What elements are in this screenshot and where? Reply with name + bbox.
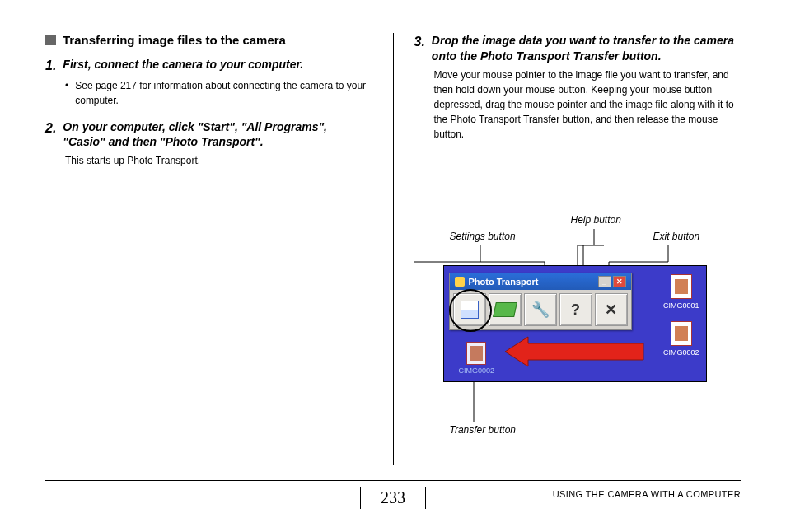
window-title-text: Photo Transport [469,277,539,287]
wrench-icon: 🔧 [531,301,550,319]
step-1: 1. First, connect the camera to your com… [45,57,372,108]
drag-arrow-icon [505,334,645,370]
help-button[interactable]: ? [559,293,592,326]
transfer-button[interactable] [453,293,486,326]
page-footer: 233 USING THE CAMERA WITH A COMPUTER [45,480,741,509]
window-body: 🔧 ? ✕ [450,290,631,329]
photo-transport-window: Photo Transport _ ✕ 🔧 [449,273,632,330]
column-right: 3. Drop the image data you want to trans… [393,33,742,465]
label-settings: Settings button [450,231,516,242]
section-heading: Transferring image files to the camera [45,33,372,47]
page-number: 233 [360,487,426,509]
window-titlebar: Photo Transport _ ✕ [450,273,631,290]
step-1-title: First, connect the camera to your comput… [63,57,303,75]
step-3: 3. Drop the image data you want to trans… [414,33,742,142]
window-controls: _ ✕ [598,276,626,287]
desktop-icons: CIMG0001 CIMG0002 [663,274,699,357]
file-caption: CIMG0002 [663,348,699,357]
square-bullet-icon [45,35,56,45]
settings-button[interactable]: 🔧 [524,293,557,326]
column-left: Transferring image files to the camera 1… [45,33,393,465]
minimize-button[interactable]: _ [598,276,611,287]
file-caption: CIMG0002 [459,366,495,375]
file-icon [671,274,692,299]
question-icon: ? [571,301,580,319]
step-1-bullet: See page 217 for information about conne… [75,78,372,108]
bullet-icon: • [65,78,68,108]
screenshot-figure: Photo Transport _ ✕ 🔧 [443,265,707,382]
capture-icon [493,302,517,317]
file-caption: CIMG0001 [663,301,699,310]
label-help: Help button [571,214,621,226]
close-button[interactable]: ✕ [613,276,626,287]
step-2-number: 2. [45,119,56,151]
x-icon: ✕ [605,301,617,319]
label-exit: Exit button [653,231,700,242]
step-1-number: 1. [45,57,56,75]
step-2-body: This starts up Photo Transport. [45,153,372,168]
page-content: Transferring image files to the camera 1… [0,0,786,465]
image-icon [461,301,479,319]
heading-text: Transferring image files to the camera [63,33,286,47]
svg-marker-13 [505,337,643,366]
dragged-file: CIMG0002 [459,342,495,375]
step-1-body: • See page 217 for information about con… [45,78,372,108]
exit-button[interactable]: ✕ [595,293,628,326]
step-3-body: Move your mouse pointer to the image fil… [414,68,742,142]
file-cimg0002[interactable]: CIMG0002 [663,321,699,357]
step-2-head: 2. On your computer, click "Start", "All… [45,119,372,151]
footer-rule [45,480,741,481]
step-1-head: 1. First, connect the camera to your com… [45,57,372,75]
footer-row: 233 USING THE CAMERA WITH A COMPUTER [45,486,741,509]
file-icon [466,342,486,365]
step-2-title: On your computer, click "Start", "All Pr… [63,119,372,151]
label-transfer: Transfer button [450,424,516,436]
app-icon [455,277,465,287]
step-3-head: 3. Drop the image data you want to trans… [414,33,742,64]
file-icon [671,321,692,346]
footer-section-title: USING THE CAMERA WITH A COMPUTER [553,489,741,499]
step-3-number: 3. [414,33,425,64]
capture-button[interactable] [489,293,522,326]
step-2: 2. On your computer, click "Start", "All… [45,119,372,169]
file-cimg0001[interactable]: CIMG0001 [663,274,699,310]
step-3-title: Drop the image data you want to transfer… [432,33,741,64]
